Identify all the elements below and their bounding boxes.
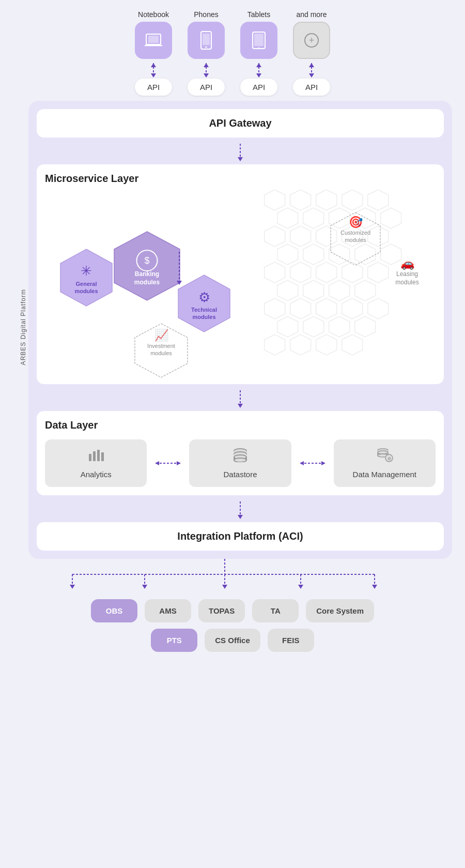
general-modules: ✳ General modules [55, 247, 117, 311]
datastore-label: Datastore [223, 470, 257, 479]
svg-marker-19 [309, 73, 314, 78]
svg-marker-119 [222, 585, 227, 589]
datastore-management-arrow [300, 460, 326, 466]
svg-marker-16 [256, 73, 261, 78]
svg-marker-33 [264, 226, 285, 247]
svg-rect-1 [148, 36, 159, 43]
data-management-icon: ⚙ [375, 448, 394, 466]
analytics-box: Analytics [45, 439, 147, 487]
svg-marker-101 [321, 461, 326, 465]
device-more: and more + [293, 10, 330, 59]
analytics-label: Analytics [81, 470, 112, 479]
svg-marker-56 [367, 298, 388, 319]
data-layer-section: Data Layer Analytics [37, 411, 444, 495]
svg-marker-10 [151, 73, 156, 78]
svg-point-104 [378, 451, 388, 454]
svg-rect-87 [101, 452, 104, 461]
svg-marker-24 [290, 190, 311, 210]
api-gateway-section: API Gateway [37, 109, 444, 138]
svg-marker-117 [142, 585, 147, 589]
microservice-section: Microservice Layer [37, 164, 444, 384]
data-management-box: ⚙ Data Management [334, 439, 436, 487]
datastore-icon [232, 448, 249, 466]
topas-box: TOPAS [198, 599, 245, 622]
arrow-col-2 [188, 63, 225, 79]
api-box-3: API [240, 79, 277, 96]
leasing-modules: 🚗 Leasingmodules [384, 257, 430, 286]
svg-marker-54 [316, 298, 336, 319]
pts-box: PTS [151, 629, 197, 652]
svg-text:✳: ✳ [81, 263, 92, 279]
cs-office-box: CS Office [205, 629, 260, 652]
svg-marker-123 [372, 585, 377, 589]
svg-marker-90 [177, 461, 181, 465]
integration-to-systems-arrows [44, 559, 447, 592]
arbes-side-label: ARBES Digital Platform [20, 289, 27, 365]
svg-marker-61 [264, 334, 285, 355]
data-to-integration-arrow [37, 501, 444, 520]
notebook-icon-box [135, 22, 172, 59]
svg-marker-44 [290, 262, 311, 283]
tablets-icon-box [240, 22, 277, 59]
banking-to-technical-arrow [174, 247, 205, 288]
analytics-icon [88, 448, 104, 466]
more-icon-box: + [293, 22, 330, 59]
systems-row-1: OBS AMS TOPAS TA Core System [26, 599, 439, 622]
svg-marker-11 [151, 63, 156, 67]
arrow-col-3 [240, 63, 277, 79]
svg-text:modules: modules [134, 279, 160, 286]
svg-rect-86 [97, 450, 100, 461]
arrow-col-4 [293, 63, 330, 79]
api-box-2: API [188, 79, 225, 96]
svg-marker-62 [290, 334, 311, 355]
platform-wrapper: API Gateway Microservice Layer [28, 101, 452, 559]
svg-marker-83 [238, 404, 243, 408]
hex-area: ✳ General modules $ Banking modules [45, 190, 436, 376]
gateway-to-microservice-arrow [37, 144, 444, 162]
core-system-box: Core System [306, 599, 374, 622]
api-gateway-title: API Gateway [45, 117, 436, 129]
phones-icon-box [188, 22, 225, 59]
datastore-box: Datastore [189, 439, 291, 487]
svg-marker-48 [277, 280, 298, 301]
data-layer-title: Data Layer [45, 419, 436, 431]
svg-text:modules: modules [74, 288, 98, 294]
device-api-arrows [119, 63, 346, 79]
device-phones: Phones [188, 10, 225, 59]
svg-point-8 [258, 47, 260, 49]
device-tablets-label: Tablets [247, 10, 270, 19]
api-box-4: API [293, 79, 330, 96]
svg-rect-4 [203, 34, 210, 45]
svg-text:$: $ [144, 255, 149, 266]
obs-box: OBS [91, 599, 137, 622]
customized-modules: 🎯 Customizedmodules [327, 210, 384, 269]
svg-marker-26 [342, 190, 362, 210]
analytics-datastore-arrow [155, 460, 181, 466]
ta-box: TA [252, 599, 299, 622]
svg-marker-43 [264, 262, 285, 283]
svg-marker-51 [354, 280, 375, 301]
bottom-systems: OBS AMS TOPAS TA Core System PTS CS Offi… [21, 599, 444, 652]
systems-row-2: PTS CS Office FEIS [26, 629, 439, 652]
device-phones-label: Phones [194, 10, 218, 19]
svg-marker-81 [177, 281, 182, 285]
svg-text:Technical: Technical [191, 307, 217, 313]
svg-marker-29 [303, 208, 323, 229]
svg-marker-39 [303, 244, 323, 265]
data-management-label: Data Management [353, 470, 416, 479]
svg-marker-28 [277, 208, 298, 229]
svg-marker-14 [204, 63, 209, 67]
device-more-label: and more [296, 10, 327, 19]
svg-marker-121 [298, 585, 303, 589]
svg-text:Banking: Banking [135, 270, 159, 278]
microservice-title: Microservice Layer [45, 173, 436, 185]
api-box-1: API [135, 79, 172, 96]
microservice-to-data-arrow [37, 390, 444, 409]
svg-marker-63 [316, 334, 336, 355]
svg-marker-17 [256, 63, 261, 67]
svg-rect-85 [93, 451, 96, 461]
svg-marker-13 [204, 73, 209, 78]
svg-marker-20 [309, 63, 314, 67]
svg-marker-111 [238, 515, 243, 519]
plus-icon: + [304, 33, 319, 48]
